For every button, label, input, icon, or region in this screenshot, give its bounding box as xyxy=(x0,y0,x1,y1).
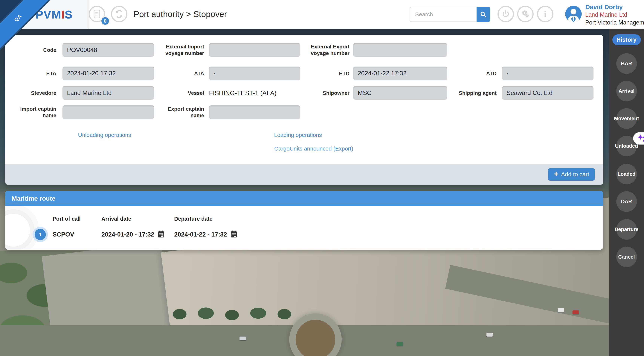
eta-label: ETA xyxy=(5,70,56,77)
sidebar-button-bar[interactable]: BAR xyxy=(616,53,637,74)
code-label: Code xyxy=(5,47,56,53)
shipowner-label: Shipowner xyxy=(304,90,350,96)
brand-part-3: S xyxy=(65,8,72,21)
search-icon xyxy=(480,11,487,18)
settings-button[interactable] xyxy=(517,6,534,22)
photo-car xyxy=(486,333,493,337)
sidebar-button-dar[interactable]: DAR xyxy=(616,191,637,212)
power-icon xyxy=(502,10,510,18)
photo-tree-row xyxy=(168,303,303,324)
sidebar-button-loaded[interactable]: Loaded xyxy=(616,164,637,184)
document-icon xyxy=(93,10,101,18)
export-captain-input[interactable] xyxy=(209,105,300,119)
ai-assistant-badge[interactable] xyxy=(633,132,644,145)
external-export-voyage-label: External Export voyage number xyxy=(304,43,350,56)
search-group xyxy=(410,7,490,22)
brand-wordmark: PVMIS xyxy=(36,8,72,21)
form-footer-band: + Add to cart xyxy=(5,164,603,185)
code-input[interactable]: POV00048 xyxy=(62,43,154,57)
import-captain-input[interactable] xyxy=(62,105,154,119)
eta-input[interactable]: 2024-01-20 17:32 xyxy=(62,66,154,80)
refresh-button[interactable] xyxy=(111,6,128,22)
user-organization: Port Victoria Managem xyxy=(585,19,644,26)
refresh-icon xyxy=(115,10,123,18)
photo-car xyxy=(397,342,403,346)
etd-input[interactable]: 2024-01-22 17:32 xyxy=(353,66,447,80)
etd-label: ETD xyxy=(304,70,350,77)
import-captain-label: Import captain name xyxy=(5,106,56,119)
logout-button[interactable] xyxy=(498,6,514,22)
departure-calendar-icon[interactable] xyxy=(230,230,237,239)
vessel-value: FISHING-TEST-1 (ALA) xyxy=(209,89,276,97)
top-header: PVMIS 0 Port authority > Stopover xyxy=(0,0,644,29)
cart-count-badge: 0 xyxy=(100,16,110,26)
info-icon: i xyxy=(544,9,546,19)
unloading-operations-link[interactable]: Unloading operations xyxy=(78,132,131,138)
export-captain-label: Export captain name xyxy=(154,106,204,119)
user-name: David Dorby xyxy=(585,3,644,11)
port-of-call-value: SCPOV xyxy=(52,231,74,238)
stopover-form-card: Code POV00048 External Import voyage num… xyxy=(5,35,603,185)
user-info[interactable]: David Dorby Land Marine Ltd Port Victori… xyxy=(585,3,644,26)
vessel-label: Vessel xyxy=(154,90,204,96)
maritime-route-header: Maritime route xyxy=(5,191,603,206)
arrival-date-value: 2024-01-20 - 17:32 xyxy=(102,231,154,238)
sparkles-icon xyxy=(637,133,644,143)
external-export-voyage-input[interactable] xyxy=(353,43,447,57)
sidebar-button-history[interactable]: History xyxy=(612,34,641,45)
sidebar-button-cancel[interactable]: Cancel xyxy=(616,247,637,267)
shipping-agent-input[interactable]: Seaward Co. Ltd xyxy=(502,86,594,100)
external-import-voyage-input[interactable] xyxy=(209,43,300,57)
search-input[interactable] xyxy=(410,7,476,22)
ata-label: ATA xyxy=(154,70,204,77)
atd-label: ATD xyxy=(456,70,496,77)
page-title: Port authority > Stopover xyxy=(134,9,227,19)
add-to-cart-label: Add to cart xyxy=(561,171,589,178)
person-icon xyxy=(565,6,582,22)
brand-part-2: I xyxy=(61,8,64,21)
info-button[interactable]: i xyxy=(537,6,554,22)
photo-car xyxy=(240,337,246,340)
photo-car xyxy=(558,308,564,312)
maritime-route-title: Maritime route xyxy=(12,195,56,202)
sidebar-button-departure[interactable]: Departure xyxy=(616,219,637,240)
column-departure-date: Departure date xyxy=(174,216,212,222)
app-root: Code POV00048 External Import voyage num… xyxy=(0,0,644,356)
external-import-voyage-label: External Import voyage number xyxy=(154,43,204,56)
watermark-decoration xyxy=(5,213,30,247)
atd-input[interactable]: - xyxy=(502,66,594,80)
search-button[interactable] xyxy=(476,7,490,22)
right-action-sidebar: History BAR Arrival Movement Unloaded Lo… xyxy=(609,29,644,356)
photo-car xyxy=(572,310,579,314)
maritime-route-card: Maritime route Port of call Arrival date… xyxy=(5,191,603,250)
shipping-agent-label: Shipping agent xyxy=(456,90,496,96)
sidebar-button-arrival[interactable]: Arrival xyxy=(616,81,637,101)
qa-ribbon-label: QA xyxy=(13,13,23,23)
arrival-calendar-icon[interactable] xyxy=(158,230,164,239)
cargounits-announced-link[interactable]: CargoUnits announced (Export) xyxy=(274,145,353,152)
column-port-of-call: Port of call xyxy=(52,216,81,222)
gears-icon xyxy=(521,10,530,18)
route-stop-number: 1 xyxy=(34,229,46,240)
loading-operations-link[interactable]: Loading operations xyxy=(274,132,322,138)
plus-icon: + xyxy=(554,170,558,178)
ata-input[interactable]: - xyxy=(209,66,300,80)
add-to-cart-button[interactable]: + Add to cart xyxy=(548,168,595,181)
departure-date-value: 2024-01-22 - 17:32 xyxy=(174,231,227,238)
shipowner-input[interactable]: MSC xyxy=(353,86,447,100)
route-stop-number-badge: 1 xyxy=(32,227,48,242)
column-arrival-date: Arrival date xyxy=(102,216,131,222)
header-divider xyxy=(560,3,560,25)
stevedore-input[interactable]: Land Marine Ltd xyxy=(62,86,154,100)
stevedore-label: Stevedore xyxy=(5,90,56,96)
sidebar-button-movement[interactable]: Movement xyxy=(616,108,637,129)
user-avatar[interactable] xyxy=(565,6,582,22)
user-company: Land Marine Ltd xyxy=(585,11,644,19)
